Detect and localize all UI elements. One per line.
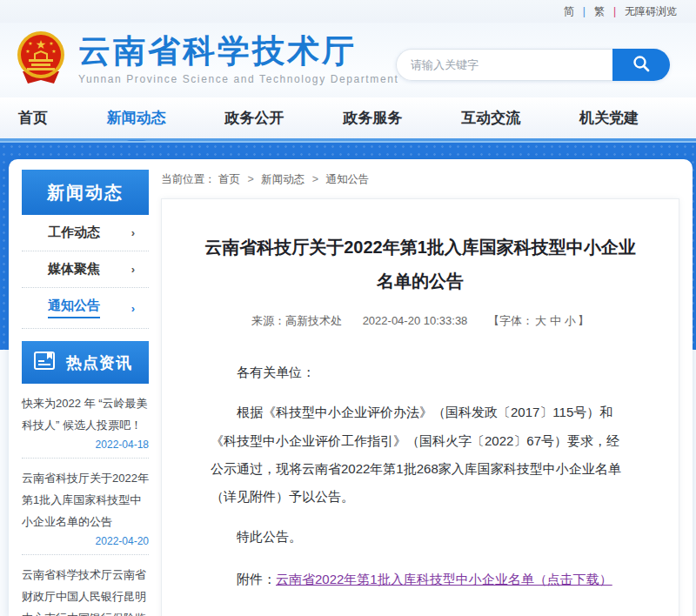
- site-title: 云南省科学技术厅: [78, 33, 398, 70]
- nav-item-party-building[interactable]: 机关党建: [574, 99, 644, 137]
- nav-item-gov-info[interactable]: 政务公开: [220, 99, 290, 137]
- breadcrumb-news[interactable]: 新闻动态: [261, 173, 304, 185]
- site-logo-link[interactable]: ★ ★ ★ ★ ★ 云南省科学技术厅 Yunnan Province Scien…: [16, 30, 398, 89]
- news-title: 云南省科学技术厅云南省财政厅中国人民银行昆明中心支行中国银行保险监督管理委员会云…: [22, 564, 149, 616]
- article-title: 云南省科技厅关于2022年第1批入库国家科技型中小企业名单的公告: [191, 231, 649, 298]
- chevron-right-icon: ›: [131, 226, 135, 239]
- chevron-right-icon: ›: [131, 302, 135, 315]
- nav-item-gov-services[interactable]: 政务服务: [338, 99, 407, 137]
- font-size-control: 【字体：大中小】: [488, 314, 589, 327]
- sidebar-item-label: 通知公告: [48, 298, 100, 318]
- site-header: ★ ★ ★ ★ ★ 云南省科学技术厅 Yunnan Province Scien…: [0, 23, 696, 97]
- chevron-right-icon: ›: [131, 263, 135, 276]
- breadcrumb-separator: >: [247, 173, 253, 185]
- article: 云南省科技厅关于2022年第1批入库国家科技型中小企业名单的公告 来源：高新技术…: [161, 198, 679, 616]
- book-icon: [32, 349, 58, 377]
- separator: |: [613, 5, 616, 17]
- font-size-suffix: 】: [578, 314, 589, 327]
- svg-text:★: ★: [51, 49, 56, 54]
- svg-text:★: ★: [49, 41, 53, 46]
- main-nav: 首页 新闻动态 政务公开 政务服务 互动交流 机关党建: [0, 97, 696, 138]
- nav-item-interaction[interactable]: 互动交流: [456, 99, 525, 137]
- separator: |: [583, 5, 586, 17]
- main-content: 当前位置： 首页 > 新闻动态 > 通知公告 云南省科技厅关于2022年第1批入…: [161, 159, 679, 616]
- sidebar-item-media-focus[interactable]: 媒体聚焦 ›: [22, 251, 149, 288]
- sidebar-item-work-news[interactable]: 工作动态 ›: [22, 215, 149, 251]
- article-body: 各有关单位： 根据《科技型中小企业评价办法》（国科发政〔2017〕115号）和《…: [191, 358, 649, 616]
- nav-item-news[interactable]: 新闻动态: [102, 99, 171, 137]
- news-title: 云南省科技厅关于2022年第1批入库国家科技型中小企业名单的公告: [22, 467, 149, 533]
- attachment-line: 附件：云南省2022年第1批入库科技型中小企业名单（点击下载）: [211, 566, 630, 593]
- attachment-download-link[interactable]: 云南省2022年第1批入库科技型中小企业名单（点击下载）: [276, 572, 612, 586]
- svg-text:★: ★: [25, 49, 30, 54]
- simplified-chinese-link[interactable]: 简: [564, 4, 574, 19]
- paragraph: 特此公告。: [211, 523, 630, 551]
- list-item[interactable]: 云南省科学技术厅云南省财政厅中国人民银行昆明中心支行中国银行保险监督管理委员会云…: [22, 555, 149, 616]
- list-item[interactable]: 云南省科技厅关于2022年第1批入库国家科技型中小企业名单的公告 2022-04…: [22, 459, 149, 555]
- breadcrumb-notices[interactable]: 通知公告: [326, 173, 370, 185]
- font-size-medium-button[interactable]: 中: [550, 314, 561, 327]
- paragraph: 根据《科技型中小企业评价办法》（国科发政〔2017〕115号）和《科技型中小企业…: [211, 398, 630, 511]
- search-input[interactable]: [396, 49, 612, 81]
- nav-item-news-label: 新闻动态: [107, 110, 166, 126]
- news-date: 2022-04-18: [22, 439, 149, 451]
- brand-text: 云南省科学技术厅 Yunnan Province Science and Tec…: [78, 33, 398, 86]
- sidebar-menu: 工作动态 › 媒体聚焦 › 通知公告 ›: [22, 215, 149, 329]
- svg-text:★: ★: [36, 37, 47, 51]
- national-emblem-icon: ★ ★ ★ ★ ★: [16, 30, 66, 89]
- hot-news-header: 热点资讯: [22, 341, 149, 384]
- search-button[interactable]: [612, 49, 670, 81]
- breadcrumb-prefix: 当前位置：: [161, 173, 216, 185]
- breadcrumb-separator: >: [312, 173, 318, 185]
- article-source: 来源：高新技术处: [251, 314, 342, 327]
- sidebar-item-label: 工作动态: [48, 224, 100, 241]
- paragraph: 各有关单位：: [211, 358, 630, 386]
- breadcrumb-home[interactable]: 首页: [218, 173, 240, 185]
- nav-item-home[interactable]: 首页: [13, 99, 53, 137]
- site-subtitle-en: Yunnan Province Science and Technology D…: [78, 73, 398, 85]
- news-title: 快来为2022 年 “云岭最美科技人” 候选人投票吧！: [22, 392, 149, 437]
- hot-news-list: 快来为2022 年 “云岭最美科技人” 候选人投票吧！ 2022-04-18 云…: [22, 384, 149, 616]
- sidebar-item-notices[interactable]: 通知公告 ›: [22, 288, 149, 329]
- sidebar-section-title: 新闻动态: [22, 170, 149, 215]
- article-datetime: 2022-04-20 10:33:38: [363, 314, 468, 327]
- svg-text:★: ★: [28, 41, 32, 46]
- hot-news-title: 热点资讯: [66, 352, 132, 373]
- search-icon: [632, 54, 651, 76]
- font-size-large-button[interactable]: 大: [535, 314, 546, 327]
- font-size-small-button[interactable]: 小: [565, 314, 576, 327]
- search-box: [396, 49, 670, 81]
- accessibility-link[interactable]: 无障碍浏览: [625, 4, 677, 19]
- content-card: 新闻动态 工作动态 › 媒体聚焦 › 通知公告 ›: [9, 159, 693, 616]
- font-size-prefix: 【字体：: [488, 314, 533, 327]
- traditional-chinese-link[interactable]: 繁: [594, 4, 605, 19]
- article-meta: 来源：高新技术处 2022-04-20 10:33:38 【字体：大中小】: [191, 313, 649, 329]
- breadcrumb: 当前位置： 首页 > 新闻动态 > 通知公告: [161, 172, 679, 187]
- news-date: 2022-04-20: [22, 535, 149, 547]
- top-utility-bar: 简 | 繁 | 无障碍浏览: [0, 0, 696, 23]
- sidebar: 新闻动态 工作动态 › 媒体聚焦 › 通知公告 ›: [22, 170, 149, 616]
- sidebar-item-label: 媒体聚焦: [48, 261, 100, 278]
- list-item[interactable]: 快来为2022 年 “云岭最美科技人” 候选人投票吧！ 2022-04-18: [22, 384, 149, 459]
- attachment-label: 附件：: [237, 572, 276, 586]
